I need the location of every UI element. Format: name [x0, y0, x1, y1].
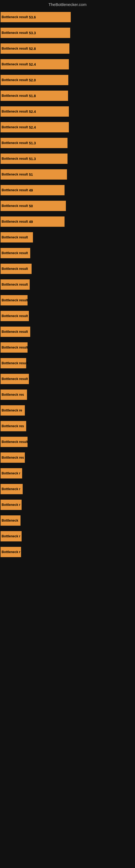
bar-wrapper: Bottleneck result	[1, 279, 135, 290]
bar-row: Bottleneck result	[0, 278, 135, 291]
bar-wrapper: Bottleneck result52.0	[1, 75, 135, 85]
bar-label: Bottleneck result	[2, 94, 28, 98]
bar-label: Bottleneck result	[2, 15, 28, 19]
bar-value: 49	[29, 188, 33, 192]
bar-wrapper: Bottleneck re	[1, 405, 135, 415]
bar: Bottleneck result50	[1, 201, 66, 211]
bar-value: 49	[29, 220, 33, 224]
bar-label: Bottleneck result	[2, 251, 28, 255]
bar-label: Bottleneck r	[2, 471, 20, 475]
bar-wrapper: Bottleneck result51.3	[1, 138, 135, 148]
bar-value: 52.4	[29, 110, 36, 114]
bar-row: Bottleneck result52.4	[0, 105, 135, 118]
bar-wrapper: Bottleneck result51.8	[1, 91, 135, 101]
bar: Bottleneck result	[1, 232, 33, 243]
bar: Bottleneck result	[1, 374, 29, 384]
bar-label: Bottleneck result	[2, 46, 28, 51]
site-title: TheBottlenecker.com	[49, 2, 87, 7]
bar-label: Bottleneck result	[2, 173, 28, 176]
bar: Bottleneck res	[1, 390, 27, 400]
bar-label: Bottleneck result	[2, 188, 28, 192]
bar-wrapper: Bottleneck res	[1, 421, 135, 431]
bar-row: Bottleneck result	[0, 341, 135, 354]
bar-wrapper: Bottleneck result52.4	[1, 59, 135, 69]
bar: Bottleneck r	[1, 531, 21, 541]
bar-row: Bottleneck result53.3	[0, 27, 135, 39]
bar-wrapper: Bottleneck r	[1, 547, 135, 557]
bar: Bottleneck r	[1, 484, 23, 494]
bar-row: Bottleneck result51.8	[0, 90, 135, 102]
bar: Bottleneck result	[1, 279, 30, 290]
bar-row: Bottleneck result	[0, 326, 135, 338]
bar-label: Bottleneck result	[2, 299, 28, 302]
bar-wrapper: Bottleneck res	[1, 390, 135, 400]
bar-wrapper: Bottleneck result	[1, 358, 135, 368]
bar-row: Bottleneck result	[0, 294, 135, 307]
bar-wrapper: Bottleneck res	[1, 453, 135, 463]
bar-label: Bottleneck result	[2, 110, 28, 113]
bar-wrapper: Bottleneck result	[1, 311, 135, 321]
bar-value: 51.8	[29, 94, 36, 98]
bar-row: Bottleneck result49	[0, 215, 135, 228]
bar: Bottleneck result	[1, 327, 30, 337]
bar-row: Bottleneck result52.0	[0, 74, 135, 86]
bar-wrapper: Bottleneck result52.8	[1, 43, 135, 54]
bar-row: Bottleneck result	[0, 231, 135, 244]
bar-label: Bottleneck r	[2, 550, 20, 554]
bar: Bottleneck result	[1, 295, 28, 305]
bar-wrapper: Bottleneck result49	[1, 216, 135, 227]
bar-label: Bottleneck result	[2, 267, 28, 271]
bar: Bottleneck result51.3	[1, 154, 68, 164]
bar-wrapper: Bottleneck r	[1, 468, 135, 478]
bar-wrapper: Bottleneck result	[1, 232, 135, 243]
bar-label: Bottleneck result	[2, 157, 28, 161]
bar-row: Bottleneck r	[0, 530, 135, 542]
bar-row: Bottleneck result49	[0, 184, 135, 196]
bar: Bottleneck result52.8	[1, 43, 70, 54]
bar-label: Bottleneck result	[2, 440, 28, 444]
bar: Bottleneck result53.3	[1, 28, 70, 38]
bar-row: Bottleneck r	[0, 546, 135, 558]
bar-label: Bottleneck result	[2, 220, 28, 223]
bar-row: Bottleneck result	[0, 436, 135, 448]
bar-label: Bottleneck result	[2, 31, 28, 35]
bar: Bottleneck result52.4	[1, 59, 69, 69]
bar-label: Bottleneck result	[2, 346, 28, 349]
bar-row: Bottleneck res	[0, 452, 135, 464]
bar-wrapper: Bottleneck result	[1, 342, 135, 352]
bar-label: Bottleneck re	[2, 408, 22, 412]
bar-row: Bottleneck result	[0, 310, 135, 322]
bar-label: Bottleneck result	[2, 236, 28, 239]
bar-row: Bottleneck re	[0, 404, 135, 416]
bar-value: 52.4	[29, 125, 36, 129]
bar: Bottleneck result	[1, 248, 30, 258]
bar-label: Bottleneck res	[2, 424, 24, 428]
bar-row: Bottleneck r	[0, 499, 135, 511]
bar-label: Bottleneck result	[2, 125, 28, 129]
bar-wrapper: Bottleneck result	[1, 437, 135, 447]
bar-label: Bottleneck result	[2, 314, 28, 318]
bar-label: Bottleneck result	[2, 78, 28, 82]
bar-wrapper: Bottleneck result52.4	[1, 106, 135, 117]
bars-list: Bottleneck result53.6Bottleneck result53…	[0, 8, 135, 558]
bar: Bottleneck result	[1, 311, 29, 321]
bar: Bottleneck result53.6	[1, 12, 71, 22]
bar-value: 52.8	[29, 46, 36, 51]
bar: Bottleneck res	[1, 421, 26, 431]
bar-value: 53.3	[29, 31, 36, 35]
bar: Bottleneck	[1, 516, 20, 526]
bar-label: Bottleneck result	[2, 141, 28, 145]
bar-row: Bottleneck result	[0, 373, 135, 385]
bar-label: Bottleneck result	[2, 361, 28, 365]
bar-wrapper: Bottleneck result	[1, 248, 135, 258]
bar-row: Bottleneck result	[0, 247, 135, 259]
bar-row: Bottleneck result50	[0, 199, 135, 212]
bar-wrapper: Bottleneck result	[1, 264, 135, 274]
bar-value: 51.3	[29, 157, 36, 161]
bar-value: 52.0	[29, 78, 36, 82]
bar-label: Bottleneck result	[2, 283, 28, 286]
bar-row: Bottleneck r	[0, 483, 135, 495]
bar: Bottleneck result	[1, 342, 28, 352]
bar: Bottleneck result51.8	[1, 91, 68, 101]
bar: Bottleneck result52.0	[1, 75, 68, 85]
